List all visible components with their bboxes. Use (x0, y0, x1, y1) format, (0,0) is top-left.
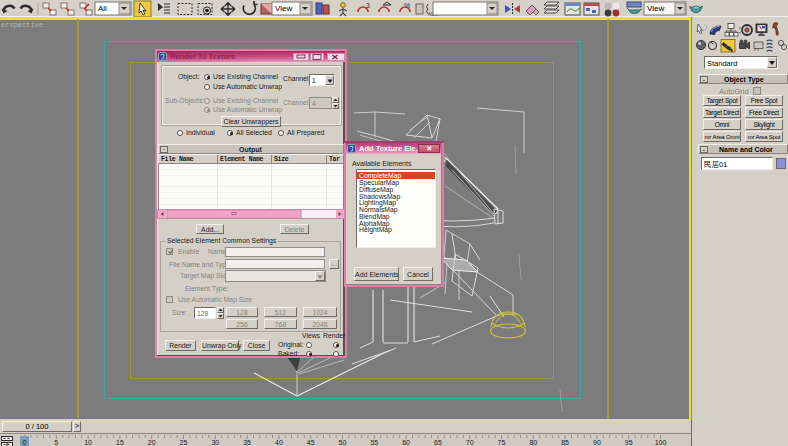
svg-text:90: 90 (593, 439, 601, 446)
svg-text:25: 25 (180, 439, 188, 446)
svg-text:50: 50 (339, 439, 347, 446)
svg-text:95: 95 (625, 439, 633, 446)
svg-text:65: 65 (434, 439, 442, 446)
svg-text:60: 60 (402, 439, 410, 446)
svg-text:35: 35 (243, 439, 251, 446)
svg-text:100: 100 (655, 439, 667, 446)
svg-text:30: 30 (211, 439, 219, 446)
svg-text:%: % (404, 2, 410, 9)
svg-text:45: 45 (307, 439, 315, 446)
svg-text:70: 70 (466, 439, 474, 446)
svg-text:5: 5 (54, 439, 58, 446)
svg-text:80: 80 (529, 439, 537, 446)
svg-text:20: 20 (148, 439, 156, 446)
svg-text:15: 15 (116, 439, 124, 446)
svg-text:3: 3 (366, 2, 370, 9)
svg-text:40: 40 (275, 439, 283, 446)
svg-text:75: 75 (498, 439, 506, 446)
svg-text:All: All (98, 4, 107, 13)
svg-text:55: 55 (370, 439, 378, 446)
svg-text:10: 10 (84, 439, 92, 446)
svg-text:View: View (275, 4, 292, 13)
svg-text:85: 85 (561, 439, 569, 446)
svg-text:0: 0 (23, 439, 27, 446)
svg-text:View: View (647, 4, 664, 13)
